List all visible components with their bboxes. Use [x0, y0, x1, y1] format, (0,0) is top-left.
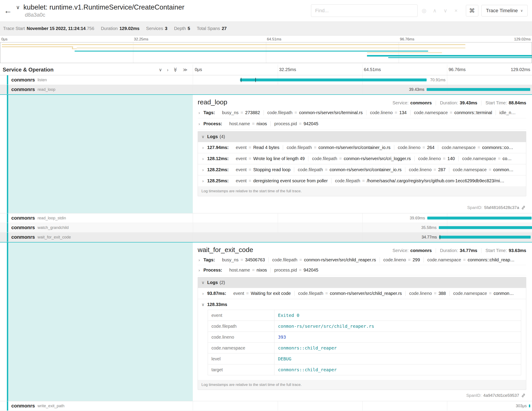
- copy-link-button[interactable]: [521, 393, 526, 398]
- back-button[interactable]: ←: [0, 0, 16, 21]
- chevron-right-icon[interactable]: ›: [201, 145, 205, 150]
- log-row[interactable]: › 127.94ms: event=Read 4 bytes code.file…: [198, 142, 526, 153]
- span-id-row: SpanID: 5faf48165428c37a: [198, 202, 526, 211]
- chevron-right-icon[interactable]: ›: [201, 167, 205, 172]
- expand-all-button[interactable]: ≫: [183, 67, 188, 72]
- trace-start: Trace Start November 15 2022, 11:24:14.7…: [3, 26, 94, 31]
- span-detail-read-loop: read_loop Service:conmonrs Duration:39.4…: [0, 94, 532, 213]
- chevron-right-icon[interactable]: ›: [201, 291, 205, 296]
- span-bar[interactable]: [439, 226, 532, 229]
- span-bar[interactable]: [427, 217, 532, 220]
- chevron-up-icon: ∧: [433, 8, 437, 14]
- trace-summary-bar: Trace Start November 15 2022, 11:24:14.7…: [0, 21, 532, 36]
- service-name: conmonrs: [11, 215, 35, 221]
- span-row-write-exit-path[interactable]: conmonrs write_exit_path 303μs: [0, 401, 532, 411]
- process-row[interactable]: › Process: host.name=nixos process.pid=9…: [198, 265, 526, 275]
- chevron-down-icon: ∨: [16, 4, 20, 10]
- log-marker: [255, 78, 256, 82]
- span-row-watch-grandchild[interactable]: conmonrs watch_grandchild 35.58ms: [0, 223, 532, 233]
- logs-toggle[interactable]: ∨ Logs (2): [198, 277, 526, 288]
- chevron-right-icon: ›: [167, 67, 168, 72]
- chevron-right-icon[interactable]: ›: [201, 156, 205, 161]
- service-color-tick: [7, 401, 8, 411]
- chevron-right-icon[interactable]: ›: [198, 110, 201, 115]
- span-row-read-loop-stdin[interactable]: conmonrs read_loop_stdin 39.69ms: [0, 213, 532, 223]
- span-bar[interactable]: [439, 236, 531, 239]
- clear-search-button[interactable]: ×: [452, 6, 461, 15]
- span-bar[interactable]: [240, 78, 426, 81]
- log-row[interactable]: › 93.87ms: event=Waiting for exit code c…: [198, 288, 526, 299]
- next-match-button[interactable]: ∨: [441, 6, 450, 15]
- arrow-left-icon: ←: [4, 6, 12, 15]
- logs-section: ∨ Logs (4) › 127.94ms: event=Read 4 byte…: [198, 131, 526, 196]
- trace-minimap[interactable]: [0, 42, 532, 63]
- span-duration-label: 39.69ms: [410, 216, 425, 220]
- service-color-tick: [7, 233, 8, 242]
- search-input[interactable]: [311, 4, 418, 17]
- trace-services: Services3: [146, 26, 168, 31]
- span-row-wait-for-exit-code[interactable]: conmonrs wait_for_exit_code 34.77ms: [0, 233, 532, 242]
- trace-total-spans: Total Spans27: [197, 26, 227, 31]
- log-row-expanded[interactable]: ∨ 128.33ms eventExited 0 code.filepathco…: [198, 299, 526, 380]
- detail-indent-area: [0, 243, 193, 401]
- span-id-row: SpanID: 4a947cfd1ce59537: [198, 390, 526, 399]
- service-color-tick: [7, 213, 8, 223]
- chevron-right-icon[interactable]: ›: [198, 268, 201, 273]
- logs-footnote: Log timestamps are relative to the start…: [198, 380, 526, 390]
- log-row[interactable]: › 128.22ms: event=Stopping read loop cod…: [198, 164, 526, 175]
- operation-name: listen: [38, 78, 47, 82]
- link-icon: [521, 205, 526, 210]
- span-row-read-loop[interactable]: conmonrs read_loop 39.43ms: [0, 85, 532, 94]
- chevron-down-icon: ∨: [444, 8, 447, 14]
- trace-duration: Duration129.02ms: [101, 26, 140, 31]
- chevron-right-icon[interactable]: ›: [198, 258, 201, 263]
- service-name: conmonrs: [11, 77, 35, 83]
- span-duration-label: 34.77ms: [421, 235, 437, 240]
- double-chevron-down-icon: ≫: [173, 68, 178, 72]
- copy-link-button[interactable]: [521, 205, 526, 210]
- span-duration-label: 303μs: [516, 404, 527, 408]
- tags-row[interactable]: › Tags: busy_ns=273882 code.filepath=con…: [198, 107, 526, 118]
- span-detail-title: wait_for_exit_code: [198, 246, 253, 254]
- span-bar[interactable]: [427, 88, 531, 91]
- chevron-right-icon[interactable]: ›: [198, 121, 201, 126]
- logs-section: ∨ Logs (2) › 93.87ms: event=Waiting for …: [198, 277, 526, 390]
- minimap-spans-graphic: [0, 42, 532, 63]
- span-bar[interactable]: [529, 405, 530, 407]
- operation-name: read_loop: [38, 87, 55, 92]
- operation-name: read_loop_stdin: [38, 216, 66, 220]
- tags-row[interactable]: › Tags: busy_ns=34506763 code.filepath=c…: [198, 255, 526, 265]
- log-row[interactable]: › 128.12ms: event=Wrote log line of leng…: [198, 153, 526, 164]
- keyboard-shortcuts-button[interactable]: ⌘: [466, 5, 478, 16]
- collapse-trace-header-button[interactable]: ∨: [16, 4, 20, 10]
- span-rows: conmonrs listen 70.91ms conmonrs read_lo…: [0, 75, 532, 411]
- operation-name: watch_grandchild: [38, 225, 68, 230]
- trace-view-dropdown[interactable]: Trace Timeline ∨: [481, 5, 528, 16]
- logs-toggle[interactable]: ∨ Logs (4): [198, 131, 526, 142]
- match-target-icon[interactable]: ◎: [420, 6, 429, 15]
- timeline-ruler: 0μs 32.25ms 64.51ms 96.76ms 129.02ms: [193, 64, 532, 75]
- process-row[interactable]: › Process: host.name=nixos process.pid=9…: [198, 118, 526, 129]
- collapse-all-button[interactable]: ≫: [173, 67, 178, 72]
- chevron-down-icon: ∨: [159, 67, 162, 72]
- expand-one-button[interactable]: ›: [167, 67, 168, 72]
- close-icon: ×: [455, 8, 458, 14]
- span-row-listen[interactable]: conmonrs listen 70.91ms: [0, 75, 532, 85]
- span-duration-label: 39.43ms: [409, 87, 424, 92]
- logs-footnote: Log timestamps are relative to the start…: [198, 186, 526, 196]
- collapse-one-button[interactable]: ∨: [159, 67, 162, 72]
- log-marker: [440, 235, 440, 239]
- chevron-down-icon[interactable]: ∨: [201, 302, 205, 307]
- span-detail-title: read_loop: [198, 98, 227, 106]
- trace-depth: Depth5: [174, 26, 190, 31]
- chevron-right-icon[interactable]: ›: [201, 178, 205, 183]
- log-row[interactable]: › 128.25ms: event=deregistering event so…: [198, 175, 526, 186]
- span-duration-label: 35.58ms: [421, 225, 437, 230]
- double-chevron-right-icon: ≫: [183, 67, 188, 72]
- span-detail-wait-for-exit-code: wait_for_exit_code Service:conmonrs Dura…: [0, 242, 532, 401]
- prev-match-button[interactable]: ∧: [430, 6, 439, 15]
- page-title: kubelet: runtime.v1.RuntimeService/Creat…: [24, 3, 184, 11]
- service-color-tick: [7, 85, 8, 94]
- trace-id: d8a3a0c: [25, 12, 184, 18]
- link-icon: [521, 393, 526, 398]
